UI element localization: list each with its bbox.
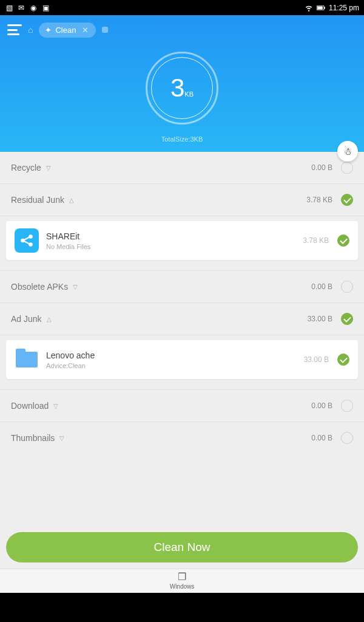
checkbox-adjunk[interactable]	[341, 313, 353, 325]
close-icon[interactable]: ✕	[82, 26, 89, 35]
row-thumbnails[interactable]: Thumbnails▽ 0.00 B	[0, 422, 364, 454]
ring-unit: KB	[184, 91, 194, 98]
ring-value: 3	[170, 73, 184, 102]
clipboard-icon: ▣	[41, 4, 50, 12]
chevron-up-icon: △	[47, 316, 52, 323]
item-sub: No Media Files	[46, 243, 303, 250]
item-size: 3.78 KB	[303, 236, 329, 245]
nav-bar	[0, 593, 364, 622]
row-adjunk[interactable]: Ad Junk△ 33.00 B	[0, 303, 364, 335]
chevron-down-icon: ▽	[46, 165, 51, 171]
clean-now-button[interactable]: Clean Now	[6, 532, 358, 562]
windows-bar[interactable]: ❐ Windows	[0, 569, 364, 593]
chevron-down-icon: ▽	[73, 284, 78, 290]
item-sub: Advice:Clean	[46, 362, 304, 369]
windows-icon: ❐	[178, 572, 186, 582]
total-size-label: TotalSize:3KB	[146, 135, 218, 143]
image-icon: ▧	[5, 4, 13, 12]
item-title: SHAREit	[46, 231, 303, 241]
row-obsolete[interactable]: Obsolete APKs▽ 0.00 B	[0, 271, 364, 303]
shareit-icon	[15, 228, 39, 253]
row-recycle[interactable]: Recycle▽ 0.00 B	[0, 152, 364, 184]
chevron-down-icon: ▽	[59, 435, 64, 442]
folder-icon	[15, 347, 39, 372]
row-residual[interactable]: Residual Junk△ 3.78 KB	[0, 184, 364, 216]
header: ⌂ ✦ Clean ✕ 3KB TotalSize:3KB ☃	[0, 15, 364, 152]
windows-label: Windows	[170, 583, 195, 590]
status-bar: ▧ ✉ ◉ ▣ 11:25 pm	[0, 0, 364, 15]
checkbox-recycle[interactable]	[341, 162, 353, 174]
checkbox-residual[interactable]	[341, 194, 353, 206]
item-shareit[interactable]: SHAREit No Media Files 3.78 KB	[6, 221, 358, 260]
checkbox-shareit[interactable]	[337, 234, 349, 247]
checkbox-obsolete[interactable]	[341, 281, 353, 293]
item-lenovo[interactable]: Lenovo ache Advice:Clean 33.00 B	[6, 340, 358, 379]
mail-icon: ✉	[17, 4, 25, 12]
broom-icon: ✦	[45, 26, 52, 35]
chevron-down-icon: ▽	[53, 403, 58, 409]
home-icon[interactable]: ⌂	[28, 25, 33, 35]
battery-icon	[317, 4, 325, 12]
tab-extra[interactable]	[102, 27, 108, 33]
row-download[interactable]: Download▽ 0.00 B	[0, 390, 364, 422]
status-time: 11:25 pm	[329, 4, 359, 12]
checkbox-thumbnails[interactable]	[341, 432, 353, 444]
float-button[interactable]: ☃	[337, 141, 358, 162]
scan-list: Recycle▽ 0.00 B Residual Junk△ 3.78 KB S…	[0, 152, 364, 454]
tab-label: Clean	[55, 26, 76, 35]
menu-button[interactable]	[7, 24, 22, 35]
svg-rect-2	[318, 6, 323, 9]
checkbox-lenovo[interactable]	[337, 354, 349, 366]
svg-rect-1	[324, 7, 325, 9]
checkbox-download[interactable]	[341, 400, 353, 412]
size-ring: 3KB	[146, 52, 218, 125]
wifi-icon	[305, 4, 313, 12]
tab-clean[interactable]: ✦ Clean ✕	[39, 22, 96, 38]
item-size: 33.00 B	[304, 355, 329, 364]
sync-icon: ◉	[29, 4, 38, 12]
item-title: Lenovo ache	[46, 350, 304, 360]
chevron-up-icon: △	[69, 197, 74, 203]
